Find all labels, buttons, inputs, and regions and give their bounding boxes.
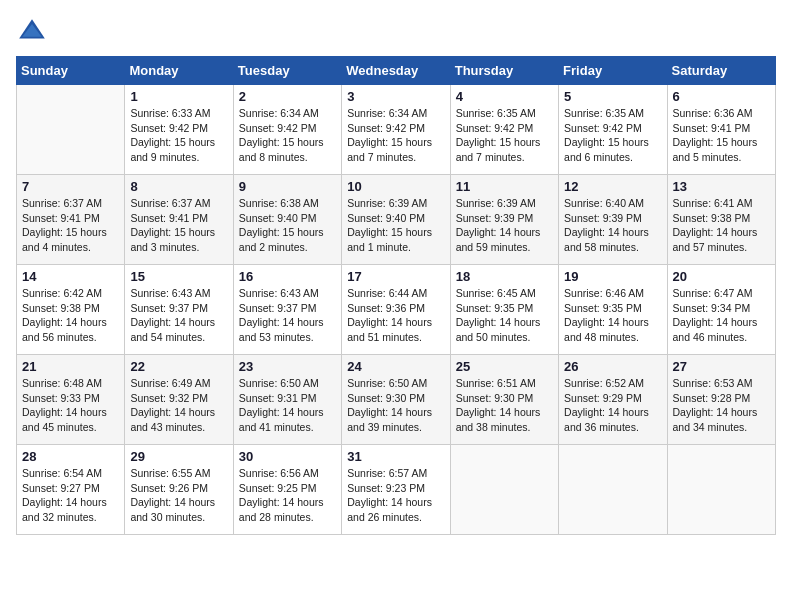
day-info: Sunrise: 6:50 AM Sunset: 9:31 PM Dayligh… (239, 376, 336, 435)
day-info: Sunrise: 6:50 AM Sunset: 9:30 PM Dayligh… (347, 376, 444, 435)
header-friday: Friday (559, 57, 667, 85)
calendar-cell: 15Sunrise: 6:43 AM Sunset: 9:37 PM Dayli… (125, 265, 233, 355)
header-wednesday: Wednesday (342, 57, 450, 85)
day-info: Sunrise: 6:52 AM Sunset: 9:29 PM Dayligh… (564, 376, 661, 435)
calendar-cell: 16Sunrise: 6:43 AM Sunset: 9:37 PM Dayli… (233, 265, 341, 355)
day-info: Sunrise: 6:43 AM Sunset: 9:37 PM Dayligh… (130, 286, 227, 345)
calendar-cell: 7Sunrise: 6:37 AM Sunset: 9:41 PM Daylig… (17, 175, 125, 265)
day-info: Sunrise: 6:49 AM Sunset: 9:32 PM Dayligh… (130, 376, 227, 435)
day-number: 14 (22, 269, 119, 284)
calendar-cell: 28Sunrise: 6:54 AM Sunset: 9:27 PM Dayli… (17, 445, 125, 535)
week-row-2: 7Sunrise: 6:37 AM Sunset: 9:41 PM Daylig… (17, 175, 776, 265)
calendar-cell: 27Sunrise: 6:53 AM Sunset: 9:28 PM Dayli… (667, 355, 775, 445)
day-number: 20 (673, 269, 770, 284)
page-header (16, 16, 776, 48)
calendar-cell: 14Sunrise: 6:42 AM Sunset: 9:38 PM Dayli… (17, 265, 125, 355)
day-info: Sunrise: 6:56 AM Sunset: 9:25 PM Dayligh… (239, 466, 336, 525)
day-info: Sunrise: 6:40 AM Sunset: 9:39 PM Dayligh… (564, 196, 661, 255)
day-number: 5 (564, 89, 661, 104)
calendar-cell: 8Sunrise: 6:37 AM Sunset: 9:41 PM Daylig… (125, 175, 233, 265)
header-thursday: Thursday (450, 57, 558, 85)
calendar-cell: 3Sunrise: 6:34 AM Sunset: 9:42 PM Daylig… (342, 85, 450, 175)
day-info: Sunrise: 6:39 AM Sunset: 9:39 PM Dayligh… (456, 196, 553, 255)
day-number: 19 (564, 269, 661, 284)
day-number: 26 (564, 359, 661, 374)
calendar-cell: 10Sunrise: 6:39 AM Sunset: 9:40 PM Dayli… (342, 175, 450, 265)
day-number: 13 (673, 179, 770, 194)
day-info: Sunrise: 6:44 AM Sunset: 9:36 PM Dayligh… (347, 286, 444, 345)
calendar-cell (450, 445, 558, 535)
calendar-cell: 23Sunrise: 6:50 AM Sunset: 9:31 PM Dayli… (233, 355, 341, 445)
calendar-cell: 19Sunrise: 6:46 AM Sunset: 9:35 PM Dayli… (559, 265, 667, 355)
day-number: 4 (456, 89, 553, 104)
day-number: 31 (347, 449, 444, 464)
day-number: 21 (22, 359, 119, 374)
calendar-cell: 22Sunrise: 6:49 AM Sunset: 9:32 PM Dayli… (125, 355, 233, 445)
day-number: 18 (456, 269, 553, 284)
calendar-cell: 29Sunrise: 6:55 AM Sunset: 9:26 PM Dayli… (125, 445, 233, 535)
day-info: Sunrise: 6:51 AM Sunset: 9:30 PM Dayligh… (456, 376, 553, 435)
day-number: 15 (130, 269, 227, 284)
calendar-cell: 1Sunrise: 6:33 AM Sunset: 9:42 PM Daylig… (125, 85, 233, 175)
day-info: Sunrise: 6:35 AM Sunset: 9:42 PM Dayligh… (456, 106, 553, 165)
calendar-cell: 12Sunrise: 6:40 AM Sunset: 9:39 PM Dayli… (559, 175, 667, 265)
day-info: Sunrise: 6:34 AM Sunset: 9:42 PM Dayligh… (239, 106, 336, 165)
day-info: Sunrise: 6:37 AM Sunset: 9:41 PM Dayligh… (130, 196, 227, 255)
calendar-cell: 24Sunrise: 6:50 AM Sunset: 9:30 PM Dayli… (342, 355, 450, 445)
day-info: Sunrise: 6:39 AM Sunset: 9:40 PM Dayligh… (347, 196, 444, 255)
calendar-cell: 13Sunrise: 6:41 AM Sunset: 9:38 PM Dayli… (667, 175, 775, 265)
day-number: 25 (456, 359, 553, 374)
day-info: Sunrise: 6:47 AM Sunset: 9:34 PM Dayligh… (673, 286, 770, 345)
calendar-cell: 9Sunrise: 6:38 AM Sunset: 9:40 PM Daylig… (233, 175, 341, 265)
day-info: Sunrise: 6:36 AM Sunset: 9:41 PM Dayligh… (673, 106, 770, 165)
calendar-table: SundayMondayTuesdayWednesdayThursdayFrid… (16, 56, 776, 535)
day-number: 23 (239, 359, 336, 374)
header-saturday: Saturday (667, 57, 775, 85)
calendar-cell (559, 445, 667, 535)
day-number: 16 (239, 269, 336, 284)
calendar-cell (17, 85, 125, 175)
calendar-cell: 18Sunrise: 6:45 AM Sunset: 9:35 PM Dayli… (450, 265, 558, 355)
logo (16, 16, 52, 48)
day-info: Sunrise: 6:48 AM Sunset: 9:33 PM Dayligh… (22, 376, 119, 435)
calendar-cell: 17Sunrise: 6:44 AM Sunset: 9:36 PM Dayli… (342, 265, 450, 355)
day-info: Sunrise: 6:55 AM Sunset: 9:26 PM Dayligh… (130, 466, 227, 525)
day-number: 2 (239, 89, 336, 104)
day-number: 7 (22, 179, 119, 194)
day-number: 11 (456, 179, 553, 194)
calendar-cell: 4Sunrise: 6:35 AM Sunset: 9:42 PM Daylig… (450, 85, 558, 175)
day-info: Sunrise: 6:45 AM Sunset: 9:35 PM Dayligh… (456, 286, 553, 345)
day-info: Sunrise: 6:43 AM Sunset: 9:37 PM Dayligh… (239, 286, 336, 345)
day-number: 1 (130, 89, 227, 104)
calendar-cell: 6Sunrise: 6:36 AM Sunset: 9:41 PM Daylig… (667, 85, 775, 175)
day-number: 3 (347, 89, 444, 104)
day-number: 17 (347, 269, 444, 284)
day-info: Sunrise: 6:57 AM Sunset: 9:23 PM Dayligh… (347, 466, 444, 525)
header-monday: Monday (125, 57, 233, 85)
header-sunday: Sunday (17, 57, 125, 85)
day-info: Sunrise: 6:54 AM Sunset: 9:27 PM Dayligh… (22, 466, 119, 525)
calendar-cell: 30Sunrise: 6:56 AM Sunset: 9:25 PM Dayli… (233, 445, 341, 535)
week-row-3: 14Sunrise: 6:42 AM Sunset: 9:38 PM Dayli… (17, 265, 776, 355)
calendar-cell: 11Sunrise: 6:39 AM Sunset: 9:39 PM Dayli… (450, 175, 558, 265)
day-number: 24 (347, 359, 444, 374)
calendar-cell: 20Sunrise: 6:47 AM Sunset: 9:34 PM Dayli… (667, 265, 775, 355)
day-info: Sunrise: 6:37 AM Sunset: 9:41 PM Dayligh… (22, 196, 119, 255)
day-info: Sunrise: 6:41 AM Sunset: 9:38 PM Dayligh… (673, 196, 770, 255)
week-row-5: 28Sunrise: 6:54 AM Sunset: 9:27 PM Dayli… (17, 445, 776, 535)
week-row-4: 21Sunrise: 6:48 AM Sunset: 9:33 PM Dayli… (17, 355, 776, 445)
logo-icon (16, 16, 48, 48)
day-info: Sunrise: 6:42 AM Sunset: 9:38 PM Dayligh… (22, 286, 119, 345)
calendar-cell: 25Sunrise: 6:51 AM Sunset: 9:30 PM Dayli… (450, 355, 558, 445)
day-info: Sunrise: 6:38 AM Sunset: 9:40 PM Dayligh… (239, 196, 336, 255)
day-info: Sunrise: 6:35 AM Sunset: 9:42 PM Dayligh… (564, 106, 661, 165)
day-number: 29 (130, 449, 227, 464)
day-number: 10 (347, 179, 444, 194)
calendar-cell: 5Sunrise: 6:35 AM Sunset: 9:42 PM Daylig… (559, 85, 667, 175)
day-info: Sunrise: 6:46 AM Sunset: 9:35 PM Dayligh… (564, 286, 661, 345)
calendar-header: SundayMondayTuesdayWednesdayThursdayFrid… (17, 57, 776, 85)
calendar-cell: 31Sunrise: 6:57 AM Sunset: 9:23 PM Dayli… (342, 445, 450, 535)
day-number: 8 (130, 179, 227, 194)
day-number: 6 (673, 89, 770, 104)
day-info: Sunrise: 6:34 AM Sunset: 9:42 PM Dayligh… (347, 106, 444, 165)
